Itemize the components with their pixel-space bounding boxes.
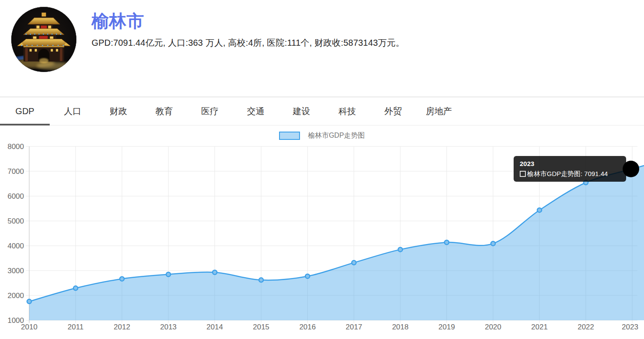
data-point-2018[interactable] (398, 247, 402, 252)
tab-technology[interactable]: 科技 (324, 97, 370, 125)
x-axis-tick-label: 2020 (485, 323, 501, 331)
tab-construction[interactable]: 建设 (279, 97, 324, 125)
data-point-2020[interactable] (491, 241, 495, 246)
data-point-2014[interactable] (213, 270, 217, 275)
tab-realestate[interactable]: 房地产 (416, 97, 462, 125)
data-point-2013[interactable] (166, 272, 170, 277)
data-point-2011[interactable] (73, 286, 78, 290)
data-point-2012[interactable] (120, 277, 124, 281)
tab-medical[interactable]: 医疗 (187, 97, 233, 125)
data-point-2021[interactable] (537, 208, 542, 212)
y-axis-tick-label: 6000 (7, 192, 24, 200)
gdp-trend-chart[interactable]: 1000200030004000500060007000800020102011… (0, 143, 644, 339)
tab-education[interactable]: 教育 (141, 97, 187, 125)
data-point-2019[interactable] (444, 240, 449, 244)
data-point-2015[interactable] (259, 278, 263, 282)
x-axis-tick-label: 2013 (160, 323, 177, 331)
legend-series-label: 榆林市GDP走势图 (308, 131, 365, 140)
active-data-point-2023[interactable] (623, 161, 639, 177)
y-axis-tick-label: 3000 (7, 267, 24, 275)
x-axis-tick-label: 2012 (114, 323, 130, 331)
x-axis-tick-label: 2017 (346, 323, 362, 331)
tab-finance[interactable]: 财政 (95, 97, 141, 125)
y-axis-tick-label: 7000 (7, 167, 24, 176)
chart-canvas[interactable]: 1000200030004000500060007000800020102011… (0, 143, 644, 339)
legend-color-swatch (279, 132, 300, 140)
y-axis-tick-label: 8000 (7, 143, 24, 151)
chart-legend[interactable]: 榆林市GDP走势图 (0, 131, 644, 140)
x-axis-tick-label: 2014 (207, 323, 223, 331)
x-axis-tick-label: 2023 (622, 323, 638, 331)
page-title: 榆林市 (92, 10, 404, 32)
tab-population[interactable]: 人口 (50, 97, 95, 125)
y-axis-tick-label: 4000 (7, 242, 24, 250)
gdp-area-fill (29, 166, 644, 320)
data-point-2022[interactable] (584, 180, 588, 185)
tab-trade[interactable]: 外贸 (370, 97, 416, 125)
y-axis-tick-label: 2000 (7, 292, 24, 300)
category-tabbar: GDP 人口 财政 教育 医疗 交通 建设 科技 外贸 房地产 (0, 97, 644, 125)
x-axis-tick-label: 2011 (68, 323, 84, 331)
data-point-2016[interactable] (305, 274, 310, 278)
x-axis-tick-label: 2010 (21, 323, 37, 331)
city-avatar (11, 7, 77, 72)
x-axis-tick-label: 2016 (299, 323, 316, 331)
y-axis-tick-label: 5000 (7, 217, 24, 225)
profile-header: 榆林市 GPD:7091.44亿元, 人口:363 万人, 高校:4所, 医院:… (0, 0, 644, 97)
city-night-photo (11, 7, 76, 72)
x-axis-tick-label: 2022 (578, 323, 594, 331)
x-axis-tick-label: 2018 (392, 323, 409, 331)
data-point-2017[interactable] (352, 261, 356, 265)
tab-gdp[interactable]: GDP (0, 97, 50, 125)
city-stats-text: GPD:7091.44亿元, 人口:363 万人, 高校:4所, 医院:111个… (92, 37, 404, 49)
x-axis-tick-label: 2015 (253, 323, 269, 331)
tab-transport[interactable]: 交通 (233, 97, 279, 125)
x-axis-tick-label: 2021 (531, 323, 548, 331)
data-point-2010[interactable] (27, 299, 31, 304)
x-axis-tick-label: 2019 (439, 323, 455, 331)
